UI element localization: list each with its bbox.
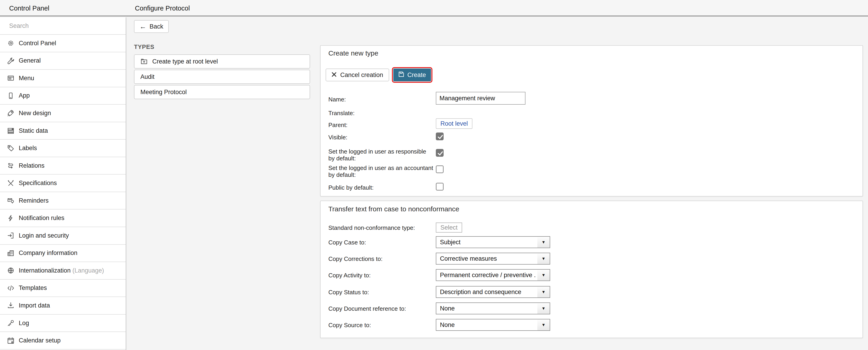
sidebar-item-reminders[interactable]: Reminders	[0, 192, 126, 210]
sidebar-item-label: Calendar setup	[19, 337, 61, 344]
copy-activity-to-label: Copy Activity to:	[328, 272, 371, 279]
create-panel-buttons: Cancel creation Create	[326, 69, 431, 81]
select-value: Subject	[440, 237, 461, 248]
cancel-creation-label: Cancel creation	[340, 71, 383, 79]
globe-icon	[7, 267, 14, 274]
copy-document-reference-to-label: Copy Document reference to:	[328, 305, 406, 312]
sidebar-item-label: Internationalization	[19, 267, 71, 274]
responsible-checkbox[interactable]	[436, 149, 444, 157]
back-button[interactable]: ← Back	[134, 20, 169, 33]
sidebar-item-notification-rules[interactable]: Notification rules	[0, 210, 126, 227]
chevron-down-icon: ▼	[537, 303, 550, 314]
search-input[interactable]	[0, 18, 126, 34]
sidebar-item-templates[interactable]: Templates	[0, 280, 126, 297]
copy-source-to-label: Copy Source to:	[328, 322, 371, 328]
copy-document-reference-to-select[interactable]: None ▼	[436, 303, 550, 314]
folder-plus-icon	[141, 58, 148, 65]
sidebar-item-general[interactable]: General	[0, 52, 126, 70]
copy-case-to-select[interactable]: Subject ▼	[436, 236, 550, 248]
chevron-down-icon: ▼	[537, 270, 550, 281]
stacked-rows-icon	[7, 127, 14, 135]
create-new-type-panel: Create new type Cancel creation Create N…	[320, 45, 863, 197]
sidebar-item-internationalization[interactable]: Internationalization (Language)	[0, 262, 126, 280]
visible-checkbox[interactable]	[436, 133, 444, 140]
public-checkbox[interactable]	[436, 183, 444, 190]
type-item-audit[interactable]: Audit	[134, 70, 310, 84]
type-item-label: Audit	[141, 73, 155, 80]
sidebar-item-control-panel[interactable]: Control Panel	[0, 35, 126, 52]
sidebar-item-label: Log	[19, 320, 29, 327]
sidebar-item-label: General	[19, 57, 41, 64]
sidebar-item-label: Notification rules	[19, 214, 64, 221]
close-icon	[332, 71, 337, 79]
sidebar-item-label: Relations	[19, 162, 44, 169]
save-icon	[398, 71, 404, 79]
mail-bell-icon	[7, 197, 14, 205]
sidebar-item-app[interactable]: App	[0, 87, 126, 105]
sidebar-item-log[interactable]: Log	[0, 315, 126, 332]
sidebar-item-suffix: (Language)	[72, 267, 104, 274]
tag-icon	[7, 144, 14, 152]
translate-label: Translate:	[328, 110, 355, 116]
select-value: None	[440, 319, 455, 330]
rocket-icon	[7, 109, 14, 117]
sidebar-item-specifications[interactable]: Specifications	[0, 175, 126, 192]
configure-protocol-page: Control Panel Configure Protocol Control…	[0, 0, 868, 350]
calendar-icon	[7, 337, 14, 345]
back-arrow-icon: ←	[140, 23, 146, 30]
page-title: Configure Protocol	[135, 0, 190, 16]
top-header: Control Panel Configure Protocol	[0, 0, 868, 16]
standard-nonconformance-type-label: Standard non-conformance type:	[328, 224, 415, 231]
name-input[interactable]	[436, 92, 525, 105]
sidebar-item-import-data[interactable]: Import data	[0, 297, 126, 315]
sidebar-item-label: Company information	[19, 249, 78, 256]
sidebar-item-label: Static data	[19, 127, 48, 134]
copy-source-to-select[interactable]: None ▼	[436, 319, 550, 331]
transfer-text-panel: Transfer text from case to nonconformanc…	[320, 201, 863, 338]
sidebar-item-menu[interactable]: Menu	[0, 70, 126, 87]
sidebar-item-label: App	[19, 92, 30, 99]
accountant-checkbox[interactable]	[436, 165, 444, 173]
create-button[interactable]: Create	[393, 69, 431, 81]
create-panel-title: Create new type	[328, 49, 378, 57]
transfer-panel-title: Transfer text from case to nonconformanc…	[328, 205, 459, 213]
sidebar-item-static-data[interactable]: Static data	[0, 122, 126, 140]
wrench-icon	[7, 57, 14, 65]
sidebar-item-new-design[interactable]: New design	[0, 105, 126, 122]
lightning-icon	[7, 214, 14, 222]
standard-nonconformance-select-button[interactable]: Select	[436, 222, 462, 233]
chevron-down-icon: ▼	[537, 237, 550, 248]
types-heading: TYPES	[134, 43, 154, 50]
download-icon	[7, 302, 14, 309]
parent-root-level-button[interactable]: Root level	[436, 118, 472, 129]
select-value: Corrective measures	[440, 253, 497, 264]
copy-case-to-label: Copy Case to:	[328, 239, 366, 246]
sidebar-item-label: Labels	[19, 145, 37, 152]
accountant-label: Set the logged in user as an accountant …	[328, 165, 434, 178]
sidebar-item-label: Specifications	[19, 180, 57, 187]
sidebar-search-row	[0, 18, 126, 35]
sidebar-item-calendar-setup[interactable]: Calendar setup	[0, 332, 126, 350]
cancel-creation-button[interactable]: Cancel creation	[326, 69, 389, 81]
copy-corrections-to-label: Copy Corrections to:	[328, 255, 382, 262]
buildings-icon	[7, 249, 14, 257]
select-value: None	[440, 303, 455, 314]
copy-status-to-select[interactable]: Description and consequence ▼	[436, 286, 550, 298]
name-label: Name:	[328, 96, 346, 103]
code-icon	[7, 284, 14, 292]
sidebar-item-login-and-security[interactable]: Login and security	[0, 227, 126, 245]
create-type-at-root-level-button[interactable]: Create type at root level	[134, 55, 310, 69]
sidebar-item-company-information[interactable]: Company information	[0, 245, 126, 262]
sidebar-item-relations[interactable]: Relations	[0, 157, 126, 175]
type-item-meeting-protocol[interactable]: Meeting Protocol	[134, 85, 310, 99]
copy-activity-to-select[interactable]: Permanent corrective / preventive ... ▼	[436, 269, 550, 281]
key-icon	[7, 319, 14, 327]
responsible-label: Set the logged in user as responsible by…	[328, 148, 434, 162]
select-value: Description and consequence	[440, 286, 521, 298]
chevron-down-icon: ▼	[537, 253, 550, 264]
sidebar-item-labels[interactable]: Labels	[0, 140, 126, 157]
type-item-label: Create type at root level	[152, 58, 218, 65]
copy-corrections-to-select[interactable]: Corrective measures ▼	[436, 253, 550, 265]
login-arrow-icon	[7, 232, 14, 239]
chevron-down-icon: ▼	[537, 319, 550, 330]
